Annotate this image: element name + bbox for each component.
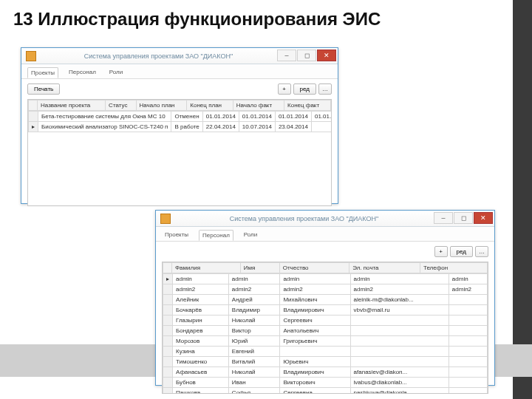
table-row[interactable]: АфанасьевНиколайВладимировичafanasiev@di… bbox=[163, 367, 488, 378]
row-header-blank bbox=[29, 100, 38, 111]
col-status[interactable]: Статус bbox=[106, 100, 136, 111]
close-button[interactable]: ✕ bbox=[317, 50, 336, 61]
delete-button[interactable]: … bbox=[318, 83, 332, 95]
col-start-plan[interactable]: Начало план bbox=[136, 100, 187, 111]
app-icon bbox=[26, 51, 36, 61]
col-start-fact[interactable]: Начало факт bbox=[233, 100, 284, 111]
row-selector[interactable] bbox=[163, 295, 173, 305]
table-row[interactable]: ПашковаСофьяСергеевнаpashkova@diakonla..… bbox=[163, 388, 488, 394]
slide-title: 13 Иллюстрация функционирования ЭИС bbox=[0, 0, 532, 35]
titlebar: Система управления проектами ЗАО "ДИАКОН… bbox=[21, 48, 338, 64]
window-title: Система управления проектами ЗАО "ДИАКОН… bbox=[41, 52, 276, 60]
tab-personnel[interactable]: Персонал bbox=[66, 67, 99, 78]
col-end-fact[interactable]: Конец факт bbox=[284, 100, 331, 111]
row-selector[interactable] bbox=[163, 367, 173, 378]
app-window-personnel: Система управления проектами ЗАО "ДИАКОН… bbox=[155, 210, 495, 386]
toolbar: + ред … bbox=[156, 242, 494, 260]
delete-button[interactable]: … bbox=[475, 246, 488, 257]
maximize-button[interactable]: ◻ bbox=[297, 50, 316, 61]
table-row[interactable]: admin2admin2admin2admin2admin2 bbox=[163, 284, 488, 295]
add-button[interactable]: + bbox=[434, 246, 448, 257]
row-selector[interactable]: ▸ bbox=[163, 274, 173, 284]
row-selector[interactable] bbox=[163, 378, 173, 388]
projects-grid: Название проекта Статус Начало план Коне… bbox=[27, 99, 332, 206]
col-name[interactable]: Название проекта bbox=[38, 100, 106, 111]
row-selector[interactable] bbox=[163, 347, 173, 357]
app-window-projects: Система управления проектами ЗАО "ДИАКОН… bbox=[21, 47, 338, 204]
print-button[interactable]: Печать bbox=[27, 83, 60, 95]
row-selector[interactable] bbox=[163, 388, 173, 394]
table-row[interactable]: ▸adminadminadminadminadmin bbox=[163, 274, 488, 284]
row-selector[interactable] bbox=[163, 316, 173, 326]
tab-personnel[interactable]: Персонал bbox=[199, 230, 233, 241]
table-row[interactable]: ▸ Биохимический анализатор SINOC-CS-T240… bbox=[29, 122, 332, 132]
app-icon bbox=[160, 214, 171, 224]
row-selector[interactable] bbox=[163, 284, 173, 295]
edit-button[interactable]: ред bbox=[450, 246, 473, 257]
titlebar: Система управления проектами ЗАО "ДИАКОН… bbox=[156, 211, 494, 227]
table-row[interactable]: БондаревВикторАнатольевич bbox=[163, 326, 488, 336]
slide-stripe-right bbox=[513, 0, 532, 399]
grid-header-row: Название проекта Статус Начало план Коне… bbox=[29, 100, 331, 111]
maximize-button[interactable]: ◻ bbox=[454, 212, 473, 224]
add-button[interactable]: + bbox=[278, 83, 291, 95]
table-row[interactable]: МорозовЮрийГригорьевич bbox=[163, 336, 488, 347]
tab-roles[interactable]: Роли bbox=[241, 230, 260, 241]
table-row[interactable]: ГлазыринНиколайСергеевич bbox=[163, 316, 488, 326]
minimize-button[interactable]: – bbox=[434, 212, 453, 224]
table-row[interactable]: КузинаЕвгений bbox=[163, 347, 488, 357]
col-end-plan[interactable]: Конец план bbox=[187, 100, 233, 111]
tab-bar: Проекты Персонал Роли bbox=[21, 64, 338, 79]
toolbar: Печать + ред … bbox=[21, 79, 338, 98]
col-email[interactable]: Эл. почта bbox=[349, 263, 420, 273]
tab-roles[interactable]: Роли bbox=[106, 67, 126, 78]
col-phone[interactable]: Телефон bbox=[420, 263, 487, 273]
close-button[interactable]: ✕ bbox=[474, 212, 493, 224]
minimize-button[interactable]: – bbox=[277, 50, 296, 61]
tab-bar: Проекты Персонал Роли bbox=[156, 227, 494, 242]
personnel-grid: Фамилия Имя Отчество Эл. почта Телефон ▸… bbox=[162, 262, 488, 394]
row-selector[interactable]: ▸ bbox=[29, 122, 38, 132]
row-selector[interactable] bbox=[163, 305, 173, 316]
table-row[interactable]: БубновИванВикторовичivabus@diakonlab... bbox=[163, 378, 488, 388]
col-name[interactable]: Имя bbox=[240, 263, 279, 273]
row-selector[interactable] bbox=[163, 357, 173, 367]
table-row[interactable]: ТимошенкоВиталийЮрьевич bbox=[163, 357, 488, 367]
row-selector[interactable] bbox=[163, 336, 173, 347]
row-selector[interactable] bbox=[163, 326, 173, 336]
table-row[interactable]: АлейникАндрейМихайловичaleinik-m@diakonl… bbox=[163, 295, 488, 305]
col-surname[interactable]: Фамилия bbox=[172, 263, 241, 273]
col-patronymic[interactable]: Отчество bbox=[279, 263, 349, 273]
tab-projects[interactable]: Проекты bbox=[27, 67, 58, 78]
grid-header-row: Фамилия Имя Отчество Эл. почта Телефон bbox=[163, 263, 488, 273]
tab-projects[interactable]: Проекты bbox=[162, 230, 191, 241]
edit-button[interactable]: ред bbox=[293, 83, 316, 95]
table-row[interactable]: БочкарёвВладимирВладимировичvbvb@mail.ru bbox=[163, 305, 488, 316]
table-row[interactable]: Бета-тестирование системы для Окна МС 10… bbox=[29, 112, 332, 122]
window-title: Система управления проектами ЗАО "ДИАКОН… bbox=[175, 215, 433, 222]
row-selector[interactable] bbox=[29, 112, 38, 122]
row-header-blank bbox=[163, 263, 172, 273]
